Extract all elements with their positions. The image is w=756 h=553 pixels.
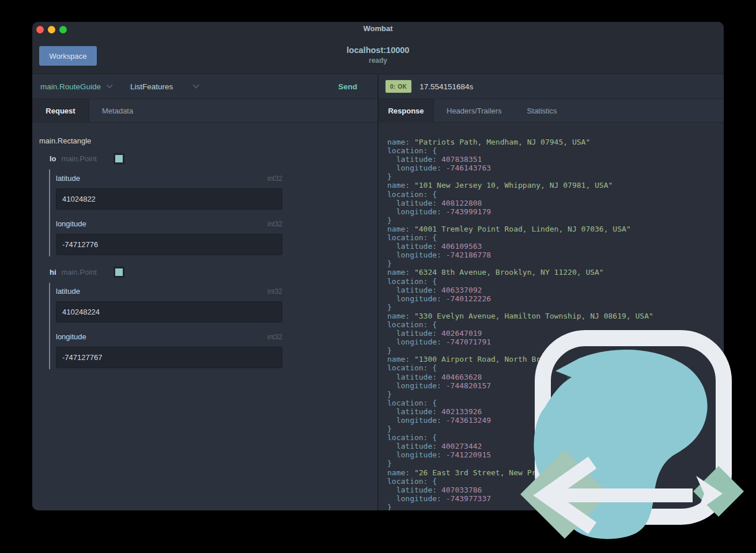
response-toolbar: 0: OK 17.554151684s <box>379 74 724 99</box>
field-type: int32 <box>265 287 282 296</box>
hi-longitude-input[interactable] <box>56 347 282 368</box>
tab-response[interactable]: Response <box>379 99 434 123</box>
field-group-hi: hi main.Point <box>50 267 124 278</box>
tabbar-filler <box>570 99 724 123</box>
tab-metadata[interactable]: Metadata <box>89 99 146 123</box>
field-label: longitude <box>56 219 86 228</box>
checkbox-checked-mark <box>115 268 123 276</box>
message-type-label: main.Rectangle <box>39 137 91 145</box>
tab-headers-trailers[interactable]: Headers/Trailers <box>434 99 515 123</box>
method-label: ListFeatures <box>130 82 173 91</box>
field-group-type: main.Point <box>62 154 97 163</box>
connection-host: localhost:10000 <box>32 46 724 55</box>
lo-longitude-input[interactable] <box>56 234 282 255</box>
connection-status: ready <box>32 56 724 65</box>
request-panel: main.RouteGuide ListFeatures Send Reques… <box>32 74 377 510</box>
connection-info: localhost:10000 ready <box>32 46 724 65</box>
field-label: latitude <box>56 174 80 183</box>
response-scroll-area[interactable]: name: "Patriots Path, Mendham, NJ 07945,… <box>379 123 724 510</box>
field-label: longitude <box>56 332 86 341</box>
group-indent-line <box>49 169 50 256</box>
window-header: Wombat Workspace localhost:10000 ready <box>32 22 724 74</box>
field-type: int32 <box>265 333 282 341</box>
service-selector[interactable]: main.RouteGuide <box>40 82 112 91</box>
field-label: latitude <box>56 287 80 296</box>
request-tabs: Request Metadata <box>32 99 377 123</box>
status-badge: 0: OK <box>385 80 411 93</box>
wombat-window: Wombat Workspace localhost:10000 ready m… <box>32 22 724 510</box>
tabbar-filler <box>146 99 377 123</box>
tab-request[interactable]: Request <box>32 99 89 123</box>
response-body: name: "Patriots Path, Mendham, NJ 07945,… <box>379 123 724 510</box>
service-label: main.RouteGuide <box>40 82 101 91</box>
response-duration: 17.554151684s <box>419 82 473 91</box>
response-tabs: Response Headers/Trailers Statistics <box>379 99 724 123</box>
field-group-lo: lo main.Point <box>50 153 124 164</box>
field-group-name: lo <box>50 154 56 163</box>
hi-latitude-input[interactable] <box>56 301 282 323</box>
lo-checkbox[interactable] <box>114 153 124 164</box>
request-toolbar: main.RouteGuide ListFeatures Send <box>32 74 377 99</box>
checkbox-checked-mark <box>115 155 123 162</box>
request-form: main.Rectangle lo main.Point latitude in… <box>32 123 377 510</box>
group-indent-line <box>49 283 50 369</box>
window-title: Wombat <box>32 24 724 33</box>
hi-checkbox[interactable] <box>114 267 124 278</box>
tab-statistics[interactable]: Statistics <box>515 99 570 123</box>
chevron-down-icon <box>106 82 112 88</box>
lo-latitude-input[interactable] <box>56 188 282 210</box>
method-selector[interactable]: ListFeatures <box>130 82 198 91</box>
field-type: int32 <box>265 175 282 183</box>
field-group-name: hi <box>50 268 56 276</box>
field-group-type: main.Point <box>62 268 97 276</box>
chevron-down-icon <box>193 82 199 88</box>
response-panel: 0: OK 17.554151684s Response Headers/Tra… <box>379 74 724 510</box>
send-button[interactable]: Send <box>338 82 357 91</box>
field-type: int32 <box>265 220 282 228</box>
